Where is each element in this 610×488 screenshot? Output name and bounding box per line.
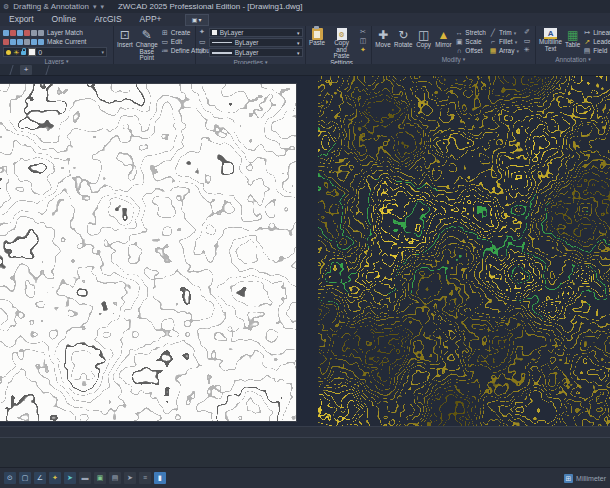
selection-cycling-toggle[interactable]: ➤	[124, 472, 136, 484]
create-label: Create	[171, 29, 191, 36]
scale-label: Scale	[465, 38, 481, 45]
paste-button[interactable]: Paste	[309, 28, 325, 47]
ribbon-style-dropdown[interactable]: ▣ ▾	[185, 14, 209, 26]
scale-icon: ▣	[455, 38, 463, 46]
layer-match-label: Layer Match	[47, 29, 83, 36]
linear-dimension-button[interactable]: ↦ Linear	[583, 28, 610, 37]
chevron-down-icon[interactable]: ▾	[93, 3, 97, 11]
field-button[interactable]: ▤ Field	[583, 46, 610, 55]
layer-prev-icon[interactable]	[38, 30, 44, 36]
rotate-label: Rotate	[394, 42, 413, 49]
ribbon-tab-arcgis[interactable]: ArcGIS	[85, 13, 130, 26]
ribbon-tab-online[interactable]: Online	[43, 13, 86, 26]
edit-length-button[interactable]: ✐	[522, 28, 532, 36]
leader-button[interactable]: ↗ Leader	[583, 37, 610, 46]
offset-label: Offset	[465, 47, 482, 54]
dynamic-input-toggle[interactable]: ▣	[94, 472, 106, 484]
sun-icon[interactable]: ☀	[13, 50, 19, 55]
chevron-down-icon: ▾	[198, 16, 201, 23]
mirror-button[interactable]: ▲ Mirror	[435, 28, 453, 49]
contour-map-drawing-colored[interactable]	[318, 76, 610, 426]
chevron-down-icon[interactable]: ▾	[101, 49, 104, 55]
current-layer-name: 0	[38, 49, 42, 56]
match-properties-icon[interactable]: ✦	[199, 28, 206, 36]
layer-off-icon[interactable]	[38, 39, 44, 45]
edit-block-icon: ▭	[161, 38, 169, 46]
make-current-button[interactable]: Make Current	[3, 37, 86, 46]
copy-button[interactable]: ◫ Copy	[416, 28, 432, 49]
properties-list-icon[interactable]: ▭	[199, 38, 206, 46]
contour-map-image-white[interactable]	[0, 83, 297, 422]
layer-list-icon[interactable]	[31, 30, 37, 36]
explode-button[interactable]: ✳	[522, 46, 532, 54]
ortho-toggle[interactable]: ∠	[34, 472, 46, 484]
color-combo[interactable]: ByLayer ▾	[209, 28, 303, 37]
trim-button[interactable]: ╱ Trim ▾	[489, 28, 519, 37]
document-tab-edge-2[interactable]	[36, 65, 49, 75]
infer-constraints-toggle[interactable]: ⊙	[4, 472, 16, 484]
fillet-button[interactable]: ⌐ Fillet ▾	[489, 37, 519, 46]
lineweight-combo[interactable]: ByLayer ▾	[209, 48, 303, 57]
ribbon-panel-layers: Layer Match Make Current ☀ 0 ▾	[0, 26, 114, 64]
table-button[interactable]: ▦ Table	[565, 28, 580, 49]
copy-clip-button[interactable]: ◫	[358, 37, 368, 45]
snap-toggle[interactable]: ▢	[19, 472, 31, 484]
layer-walk-icon[interactable]	[31, 39, 37, 45]
insert-block-button[interactable]: ⊡ Insert	[117, 28, 133, 49]
scale-button[interactable]: ▣ Scale	[455, 37, 486, 46]
paste-special-button[interactable]: ✦	[358, 46, 368, 54]
panel-label-annotation[interactable]: Annotation ▾	[536, 55, 610, 64]
pickcolor-icon[interactable]: ✐	[199, 48, 206, 56]
table-label: Table	[565, 42, 580, 49]
bulb-icon[interactable]	[6, 50, 11, 55]
document-tab-edge[interactable]	[0, 65, 13, 75]
linetype-combo[interactable]: ByLayer ▾	[209, 38, 303, 47]
move-button[interactable]: ✚ Move	[375, 28, 391, 49]
change-base-point-button[interactable]: ✎ Change Base Point	[136, 28, 158, 62]
units-icon: ⊞	[564, 474, 573, 483]
polar-tracking-toggle[interactable]: ✦	[49, 472, 61, 484]
chevron-down-icon[interactable]: ▾	[515, 39, 518, 45]
zwcad-window: ⚙ Drafting & Annotation ▾ ▾ ZWCAD 2025 P…	[0, 0, 610, 488]
object-snap-tracking-toggle[interactable]: ▬	[79, 472, 91, 484]
quick-access-customize-icon[interactable]: ▾	[100, 3, 104, 11]
layer-combo[interactable]: ☀ 0 ▾	[3, 47, 107, 57]
chevron-down-icon[interactable]: ▾	[516, 48, 519, 54]
workspace-gear-icon[interactable]: ⚙	[3, 3, 9, 11]
unisolate-icon[interactable]	[24, 39, 30, 45]
cut-button[interactable]: ✂	[358, 28, 368, 36]
command-line-window[interactable]	[0, 437, 610, 467]
freeze-icon[interactable]	[17, 30, 23, 36]
lock-icon[interactable]	[3, 30, 9, 36]
multiline-text-button[interactable]: A Multiline Text	[539, 28, 562, 52]
array-button[interactable]: ▦ Array ▾	[489, 46, 519, 55]
lock-icon[interactable]	[3, 39, 9, 45]
offset-icon: ∩	[455, 47, 463, 54]
workspace-switcher[interactable]: Drafting & Annotation	[13, 2, 89, 11]
unlock-icon[interactable]	[21, 51, 26, 55]
erase-button[interactable]: ▭	[522, 37, 532, 45]
new-document-tab-button[interactable]: +	[20, 65, 32, 75]
panel-label-modify[interactable]: Modify ▾	[372, 55, 535, 64]
isolate-icon[interactable]	[17, 39, 23, 45]
ribbon: Layer Match Make Current ☀ 0 ▾	[0, 26, 610, 64]
object-snap-toggle[interactable]: ➤	[64, 472, 76, 484]
annotation-scale-toggle[interactable]: ≡	[139, 472, 151, 484]
lineweight-toggle[interactable]: ▤	[109, 472, 121, 484]
isolate-objects-toggle[interactable]: ▮	[154, 472, 166, 484]
ribbon-tab-app-plus[interactable]: APP+	[131, 13, 171, 26]
copy-paste-settings-button[interactable]: ⚙ Copy and Paste Settings	[328, 28, 355, 66]
unlock-icon[interactable]	[10, 39, 16, 45]
offset-button[interactable]: ∩ Offset	[455, 46, 486, 55]
units-indicator[interactable]: ⊞ Millimeter	[564, 474, 606, 483]
unlock-icon[interactable]	[10, 30, 16, 36]
stretch-button[interactable]: ↔ Stretch	[455, 28, 486, 37]
make-current-label: Make Current	[47, 38, 86, 45]
layer-match-button[interactable]: Layer Match	[3, 28, 83, 37]
model-space[interactable]	[0, 76, 610, 426]
chevron-down-icon[interactable]: ▾	[514, 30, 517, 36]
chevron-down-icon: ▾	[588, 55, 591, 64]
thaw-icon[interactable]	[24, 30, 30, 36]
ribbon-tab-export[interactable]: Export	[0, 13, 43, 26]
rotate-button[interactable]: ↻ Rotate	[394, 28, 413, 49]
